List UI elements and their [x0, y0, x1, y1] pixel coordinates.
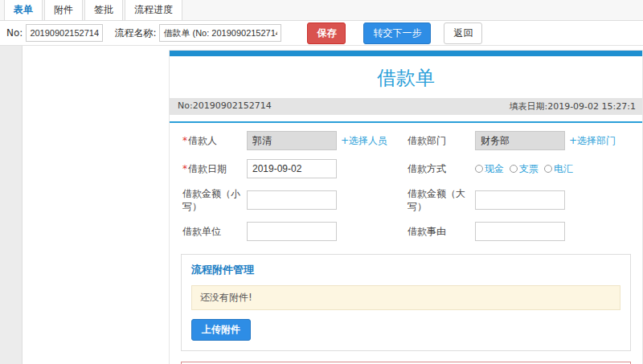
attachment-section: 流程附件管理 还没有附件! 上传附件	[181, 254, 631, 351]
borrower-input[interactable]	[247, 131, 337, 150]
method-label: 借款方式	[408, 162, 475, 175]
dept-label: 借款部门	[408, 134, 475, 147]
radio-icon	[510, 165, 518, 173]
method-cell: 现金 支票 电汇	[475, 162, 629, 176]
loan-reason-input[interactable]	[475, 222, 565, 241]
transfer-next-step-button[interactable]: 转交下一步	[363, 22, 431, 44]
no-attachment-notice: 还没有附件!	[191, 285, 620, 310]
radio-cash-label: 现金	[485, 162, 504, 176]
page-title: 借款单	[170, 56, 642, 98]
radio-check[interactable]: 支票	[510, 162, 539, 176]
amount-lower-input[interactable]	[247, 190, 337, 210]
borrower-label: 借款人	[188, 135, 217, 146]
date-cell	[247, 159, 408, 178]
required-marker: *	[182, 163, 187, 174]
radio-cash[interactable]: 现金	[475, 162, 504, 176]
form-date-text: 填表日期:2019-09-02 15:27:1	[509, 100, 636, 112]
loan-form-grid: *借款人 +选择人员 借款部门 +选择部门 *借款日期 借款方式 现金 支票 电…	[170, 123, 642, 244]
form-no-text: No:20190902152714	[178, 100, 272, 112]
radio-wire-label: 电汇	[554, 162, 573, 176]
select-dept-link[interactable]: +选择部门	[569, 134, 616, 148]
amount-lower-label: 借款金额（小写）	[182, 187, 247, 213]
upload-attachment-button[interactable]: 上传附件	[191, 319, 251, 341]
tab-attachment[interactable]: 附件	[44, 0, 83, 20]
no-label: No:	[6, 27, 23, 39]
left-sidebar-strip[interactable]	[0, 46, 23, 364]
tab-progress[interactable]: 流程进度	[125, 0, 182, 20]
loan-unit-input[interactable]	[247, 222, 337, 241]
borrower-label-cell: *借款人	[182, 134, 247, 147]
save-button[interactable]: 保存	[307, 22, 346, 44]
reason-label: 借款事由	[408, 225, 475, 238]
form-info-bar: No:20190902152714 填表日期:2019-09-02 15:27:…	[170, 98, 642, 115]
radio-check-label: 支票	[519, 162, 539, 176]
loan-form-panel: 借款单 No:20190902152714 填表日期:2019-09-02 15…	[169, 50, 643, 364]
radio-wire[interactable]: 电汇	[544, 162, 573, 176]
tab-bar: 表单 附件 签批 流程进度	[0, 0, 643, 21]
back-button[interactable]: 返回	[444, 22, 482, 44]
toolbar: No: 流程名称: 保存 转交下一步 返回	[0, 21, 643, 46]
select-person-link[interactable]: +选择人员	[341, 134, 387, 148]
amount-lower-cell	[247, 190, 408, 210]
unit-label: 借款单位	[182, 225, 247, 238]
loan-date-input[interactable]	[247, 159, 337, 178]
tab-form[interactable]: 表单	[4, 0, 43, 20]
amount-upper-cell	[475, 190, 629, 210]
radio-icon	[544, 165, 552, 173]
process-name-input[interactable]	[159, 24, 281, 42]
borrower-cell: +选择人员	[247, 131, 408, 150]
dept-input[interactable]	[475, 131, 565, 150]
unit-cell	[247, 222, 408, 241]
required-marker: *	[182, 135, 187, 146]
date-label-cell: *借款日期	[182, 162, 247, 175]
process-name-label: 流程名称:	[114, 27, 156, 40]
panel-top-accent	[170, 51, 642, 56]
reason-cell	[475, 222, 629, 241]
dept-cell: +选择部门	[475, 131, 629, 150]
radio-icon	[475, 165, 483, 173]
tab-approval[interactable]: 签批	[84, 0, 123, 20]
no-input[interactable]	[26, 24, 103, 42]
amount-upper-label: 借款金额（大写）	[408, 187, 475, 213]
date-label: 借款日期	[188, 163, 227, 174]
attachment-section-title: 流程附件管理	[191, 263, 620, 277]
amount-upper-input[interactable]	[475, 190, 565, 210]
